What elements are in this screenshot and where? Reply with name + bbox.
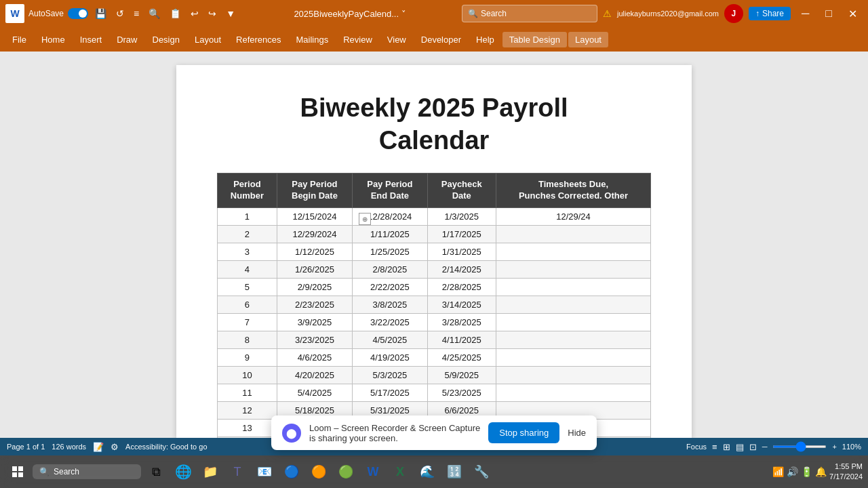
view-icon3[interactable]: ▤ — [736, 442, 744, 452]
col-timesheets: Timesheets Due,Punches Corrected. Other — [496, 174, 650, 208]
zoom-minus[interactable]: ─ — [762, 443, 768, 451]
find-icon[interactable]: 🔍 — [146, 7, 163, 20]
close-button[interactable]: ✕ — [843, 7, 863, 20]
table-row: 104/20/20255/3/20255/9/2025 — [218, 366, 651, 384]
view-icon2[interactable]: ⊞ — [723, 442, 730, 452]
menu-draw[interactable]: Draw — [110, 32, 144, 47]
clock-date: 7/17/2024 — [829, 472, 863, 482]
share-label: Share — [762, 9, 784, 18]
taskbar-outlook[interactable]: 📧 — [252, 460, 277, 484]
menu-insert[interactable]: Insert — [73, 32, 109, 47]
menu-review[interactable]: Review — [336, 32, 379, 47]
menu-table-design[interactable]: Table Design — [502, 32, 567, 47]
cell-1-2: 1/11/2025 — [353, 225, 427, 243]
taskbar-edge[interactable]: 🌐 — [171, 460, 195, 484]
restore-button[interactable]: □ — [820, 7, 837, 20]
undo-icon[interactable]: ↩ — [188, 7, 201, 20]
cell-8-4 — [496, 348, 650, 366]
menu-layout[interactable]: Layout — [188, 32, 228, 47]
redo-icon[interactable]: ↪ — [205, 7, 219, 20]
clipboard-icon[interactable]: 📋 — [167, 7, 184, 20]
cell-13-0: 14 — [218, 436, 277, 438]
menu-home[interactable]: Home — [35, 32, 72, 47]
svg-rect-1 — [18, 466, 23, 471]
minimize-button[interactable]: ─ — [796, 7, 814, 20]
taskbar-chrome[interactable]: 🔵 — [279, 460, 304, 484]
cell-7-3: 4/11/2025 — [427, 331, 496, 348]
menu-view[interactable]: View — [380, 32, 413, 47]
cell-6-2: 3/22/2025 — [353, 313, 427, 331]
word-count: 126 words — [52, 443, 86, 451]
cell-10-3: 5/23/2025 — [427, 384, 496, 401]
menu-layout-table[interactable]: Layout — [568, 32, 608, 47]
cell-4-0: 5 — [218, 278, 277, 296]
table-move-handle[interactable]: ⊕ — [359, 213, 371, 225]
cell-4-3: 2/28/2025 — [427, 278, 496, 296]
taskbar-app4[interactable]: 🔧 — [469, 460, 494, 484]
settings-icon: ⚙ — [111, 442, 119, 452]
user-avatar[interactable]: J — [724, 4, 743, 23]
view-icon1[interactable]: ≡ — [712, 442, 717, 452]
menu-developer[interactable]: Developer — [414, 32, 468, 47]
customize-icon[interactable]: ▼ — [223, 7, 238, 20]
cell-0-0: 1 — [218, 207, 277, 225]
menu-references[interactable]: References — [229, 32, 288, 47]
hide-link[interactable]: Hide — [568, 428, 586, 438]
taskbar-app2[interactable]: 🟢 — [334, 460, 358, 484]
col-begin-date: Pay PeriodBegin Date — [277, 174, 352, 208]
doc-area: ⊕ Biweekly 2025 Payroll Calendar PeriodN… — [0, 52, 868, 438]
loom-icon: ⬤ — [282, 424, 301, 439]
table-row: 94/6/20254/19/20254/25/2025 — [218, 348, 651, 366]
cell-4-1: 2/9/2025 — [277, 278, 352, 296]
taskbar-right: 📶 🔊 🔋 🔔 1:55 PM 7/17/2024 — [772, 462, 863, 483]
stop-sharing-button[interactable]: Stop sharing — [488, 422, 559, 438]
svg-rect-3 — [18, 472, 23, 477]
view-icon4[interactable]: ⊡ — [749, 442, 757, 452]
taskbar-task-view[interactable]: ⧉ — [144, 460, 168, 484]
zoom-plus[interactable]: + — [832, 443, 836, 451]
focus-label[interactable]: Focus — [686, 443, 707, 451]
taskbar-explorer[interactable]: 📁 — [198, 460, 222, 484]
taskbar: 🔍 Search ⧉ 🌐 📁 T 📧 🔵 🟠 🟢 W X 🌊 🔢 🔧 📶 🔊 🔋… — [0, 455, 868, 488]
svg-rect-0 — [12, 466, 17, 471]
taskbar-sys-icons: 📶 🔊 🔋 🔔 — [772, 466, 827, 477]
cell-9-4 — [496, 366, 650, 384]
refresh-icon[interactable]: ↺ — [113, 7, 127, 20]
autosave-label: AutoSave — [28, 9, 64, 18]
table-row: 73/9/20253/22/20253/28/2025 — [218, 313, 651, 331]
zoom-level: 110% — [842, 443, 861, 451]
cell-7-4 — [496, 331, 650, 348]
taskbar-app1[interactable]: 🟠 — [307, 460, 331, 484]
taskbar-calc[interactable]: 🔢 — [442, 460, 467, 484]
share-button[interactable]: ↑ Share — [749, 7, 791, 20]
save-icon[interactable]: 💾 — [92, 7, 109, 20]
autosave-toggle[interactable] — [68, 8, 88, 19]
cell-1-0: 2 — [218, 225, 277, 243]
taskbar-app3[interactable]: 🌊 — [415, 460, 439, 484]
search-icon: 🔍 — [468, 9, 478, 18]
menu-file[interactable]: File — [5, 32, 33, 47]
menu-mailings[interactable]: Mailings — [290, 32, 336, 47]
format-icon[interactable]: ≡ — [131, 7, 142, 20]
cell-3-4 — [496, 260, 650, 278]
cell-10-2: 5/17/2025 — [353, 384, 427, 401]
taskbar-teams[interactable]: T — [225, 460, 250, 484]
taskbar-word[interactable]: W — [361, 460, 385, 484]
cell-6-4 — [496, 313, 650, 331]
network-icon: 📶 — [772, 466, 784, 477]
table-row: 31/12/20251/25/20251/31/2025 — [218, 243, 651, 260]
cell-12-0: 13 — [218, 419, 277, 436]
cell-8-3: 4/25/2025 — [427, 348, 496, 366]
notification-icon: 🔔 — [815, 466, 827, 477]
taskbar-excel[interactable]: X — [388, 460, 412, 484]
title-bar: W AutoSave 💾 ↺ ≡ 🔍 📋 ↩ ↪ ▼ 2025BiweeklyP… — [0, 0, 868, 27]
cell-3-1: 1/26/2025 — [277, 260, 352, 278]
taskbar-search[interactable]: 🔍 Search — [33, 464, 141, 479]
start-button[interactable] — [5, 460, 30, 484]
loom-banner: ⬤ Loom – Screen Recorder & Screen Captur… — [271, 415, 597, 438]
title-search-box[interactable]: 🔍 Search — [462, 5, 597, 22]
menu-help[interactable]: Help — [469, 32, 501, 47]
zoom-slider[interactable] — [772, 445, 827, 448]
menu-design[interactable]: Design — [146, 32, 186, 47]
search-label: Search — [481, 9, 507, 18]
